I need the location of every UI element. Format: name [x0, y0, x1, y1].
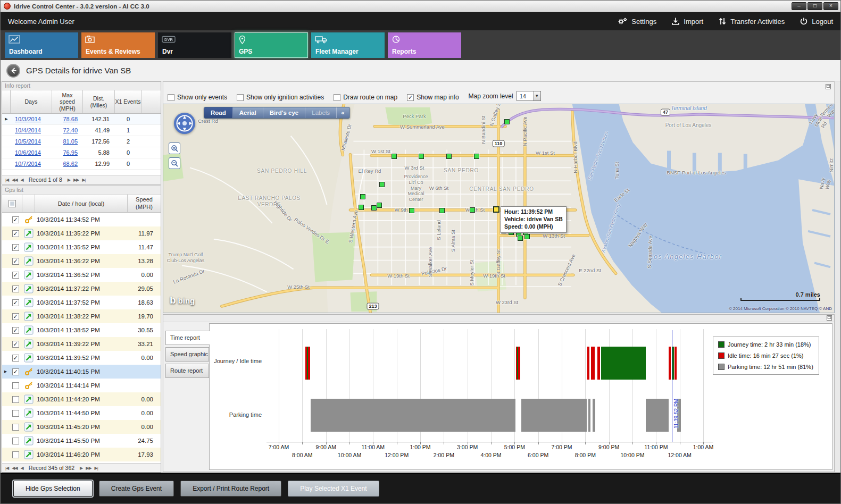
back-button[interactable] — [6, 64, 20, 78]
max-speed-link[interactable]: 72.40 — [52, 127, 83, 133]
map-option-show-only-ignition-activities[interactable]: Show only ignition activities — [237, 94, 324, 101]
prev-page-button[interactable]: ◀ — [21, 466, 23, 471]
map[interactable]: RoadAerialBird's eyeLabels« Peck ParkW S… — [163, 104, 835, 313]
map-view-tab-bird-s-eye[interactable]: Bird's eye — [263, 107, 306, 118]
last-page-button[interactable]: ▶| — [82, 178, 85, 182]
fast-prev-button[interactable]: ◀◀ — [12, 466, 17, 471]
row-checkbox[interactable]: ✓ — [12, 355, 19, 362]
gps-marker[interactable] — [379, 182, 385, 187]
gps-list-row[interactable]: ✓10/3/2014 11:37:22 PM29.05 — [2, 282, 161, 296]
column-header-speed[interactable]: Speed (MPH) — [128, 195, 161, 212]
maximize-panel-button[interactable] — [827, 315, 832, 321]
create-gps-event-button[interactable]: Create Gps Event — [99, 481, 174, 497]
gps-marker[interactable] — [359, 205, 364, 210]
gps-marker[interactable] — [524, 234, 530, 239]
gps-list-row[interactable]: ✓10/3/2014 11:37:52 PM18.63 — [2, 296, 161, 309]
gps-list-row[interactable]: ✓10/3/2014 11:36:22 PM13.28 — [2, 254, 161, 268]
day-link[interactable]: 10/6/2014 — [11, 149, 52, 156]
nav-tile-fleet-manager[interactable]: Fleet Manager — [311, 32, 385, 58]
row-checkbox[interactable] — [12, 438, 19, 444]
prev-page-button[interactable]: ◀ — [21, 178, 23, 182]
row-checkbox[interactable]: ✓ — [12, 299, 19, 306]
hide-gps-selection-button[interactable]: Hide Gps Selection — [13, 481, 93, 497]
gps-list-row[interactable]: 10/3/2014 11:44:14 PM — [2, 379, 161, 392]
gps-marker[interactable] — [392, 154, 397, 159]
row-checkbox[interactable] — [12, 410, 19, 417]
info-report-row[interactable]: 10/5/201481.05172.562 — [2, 136, 161, 147]
day-link[interactable]: 10/4/2014 — [11, 127, 52, 133]
collapse-map-bar-button[interactable]: « — [337, 107, 349, 118]
row-checkbox[interactable]: ✓ — [12, 216, 19, 223]
row-checkbox[interactable]: ✓ — [12, 258, 19, 265]
topbar-action-import[interactable]: Import — [671, 17, 703, 26]
gps-list-row[interactable]: 10/3/2014 11:44:20 PM0.00 — [2, 392, 161, 406]
play-selected-x1-event-button[interactable]: Play Selected X1 Event — [288, 481, 379, 497]
row-checkbox[interactable] — [12, 451, 19, 458]
row-checkbox[interactable]: ✓ — [12, 244, 19, 251]
gps-list-row[interactable]: ✓10/3/2014 11:35:22 PM11.97 — [2, 226, 161, 240]
gps-marker-selected[interactable] — [493, 206, 499, 213]
gps-marker[interactable] — [419, 154, 424, 159]
export-print-route-report-button[interactable]: Export / Print Route Report — [180, 481, 281, 497]
next-page-button[interactable]: ▶ — [80, 466, 82, 471]
gps-list-row[interactable]: 10/3/2014 11:45:50 PM24.75 — [2, 434, 161, 448]
topbar-action-transfer-activities[interactable]: Transfer Activities — [718, 17, 785, 26]
map-view-tab-road[interactable]: Road — [204, 107, 233, 118]
nav-tile-gps[interactable]: GPS — [235, 32, 308, 58]
map-zoom-out-button[interactable] — [169, 157, 180, 169]
map-view-tab-labels[interactable]: Labels — [305, 107, 337, 118]
nav-tile-reports[interactable]: Reports — [388, 32, 461, 58]
gps-list-row[interactable]: ✓10/3/2014 11:38:22 PM19.70 — [2, 309, 161, 323]
select-all-checkbox[interactable] — [2, 195, 22, 212]
fast-prev-button[interactable]: ◀◀ — [12, 178, 17, 182]
row-checkbox[interactable]: ✓ — [12, 368, 19, 375]
checkbox[interactable] — [334, 94, 340, 101]
info-report-row[interactable]: 10/7/201468.6212.990 — [2, 158, 161, 170]
nav-tile-events-reviews[interactable]: Events & Reviews — [81, 32, 155, 58]
info-report-row[interactable]: 10/6/201476.955.880 — [2, 147, 161, 158]
chart-tab-time-report[interactable]: Time report — [165, 331, 210, 345]
map-compass[interactable] — [173, 112, 196, 135]
gps-marker[interactable] — [409, 208, 414, 213]
gps-marker[interactable] — [360, 194, 365, 199]
topbar-action-settings[interactable]: Settings — [617, 17, 656, 26]
chart-tab-route-report[interactable]: Route report — [165, 364, 209, 378]
row-checkbox[interactable] — [12, 424, 19, 431]
map-zoom-in-button[interactable] — [169, 142, 180, 154]
gps-marker[interactable] — [439, 208, 445, 213]
info-report-row[interactable]: 10/4/201472.4041.491 — [2, 125, 161, 136]
row-checkbox[interactable] — [12, 382, 19, 389]
gps-list-row[interactable]: 10/3/2014 11:45:20 PM0.00 — [2, 420, 161, 434]
gps-list-row[interactable]: ✓10/3/2014 11:39:22 PM33.21 — [2, 337, 161, 351]
gps-marker[interactable] — [470, 207, 475, 213]
map-option-show-only-events[interactable]: Show only events — [168, 94, 227, 101]
gps-marker[interactable] — [371, 205, 377, 211]
day-link[interactable]: 10/5/2014 — [11, 138, 52, 145]
row-checkbox[interactable]: ✓ — [12, 285, 19, 292]
maximize-button[interactable]: □ — [807, 2, 822, 10]
first-page-button[interactable]: |◀ — [5, 178, 9, 182]
checkbox[interactable]: ✓ — [407, 94, 414, 101]
map-view-tab-aerial[interactable]: Aerial — [233, 107, 263, 118]
row-checkbox[interactable]: ✓ — [12, 272, 19, 279]
gps-marker[interactable] — [377, 203, 382, 208]
close-button[interactable]: × — [823, 2, 838, 10]
nav-tile-dashboard[interactable]: Dashboard — [5, 32, 78, 58]
gps-list-row[interactable]: ✓10/3/2014 11:39:52 PM0.00 — [2, 351, 161, 365]
fast-next-button[interactable]: ▶▶ — [73, 178, 79, 182]
max-speed-link[interactable]: 78.68 — [52, 116, 83, 122]
column-header-days[interactable]: Days — [11, 90, 52, 113]
day-link[interactable]: 10/3/2014 — [11, 116, 52, 122]
checkbox[interactable] — [237, 94, 244, 101]
map-option-draw-route-on-map[interactable]: Draw route on map — [334, 94, 397, 101]
fast-next-button[interactable]: ▶▶ — [86, 466, 91, 471]
max-speed-link[interactable]: 76.95 — [52, 149, 83, 156]
gps-marker[interactable] — [518, 236, 523, 241]
info-report-row[interactable]: ▶10/3/201478.68142.310 — [2, 114, 161, 125]
gps-marker[interactable] — [474, 154, 479, 159]
column-header-max-speed[interactable]: Maxspeed(MPH) — [52, 90, 83, 113]
day-link[interactable]: 10/7/2014 — [11, 161, 52, 167]
gps-list-row[interactable]: ✓10/3/2014 11:36:52 PM0.00 — [2, 268, 161, 282]
topbar-action-logout[interactable]: Logout — [800, 17, 833, 26]
column-header-dist[interactable]: Dist.(Miles) — [83, 90, 115, 113]
